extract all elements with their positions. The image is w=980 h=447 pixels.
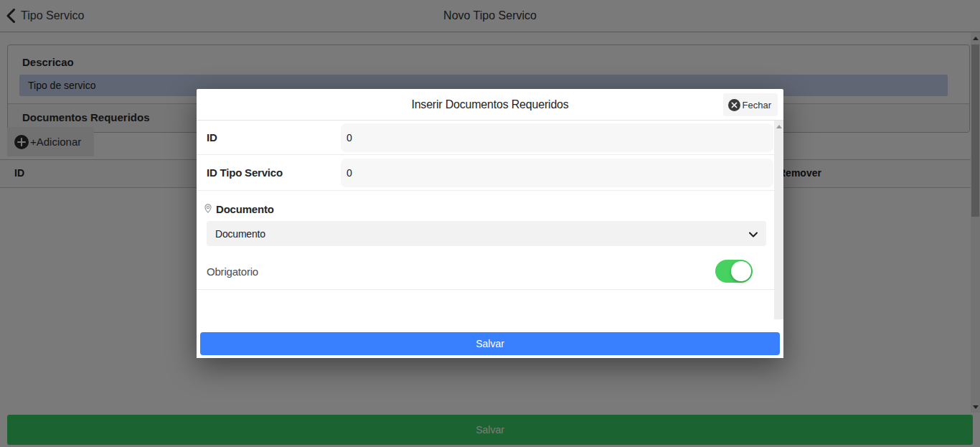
field-row-id: ID 0 [197,121,774,155]
documento-selected-value: Documento [215,228,749,240]
location-pin-icon [204,203,212,215]
obrigatorio-toggle[interactable] [715,260,753,283]
modal-body: ID 0 ID Tipo Servico 0 Documento Documen… [197,121,783,319]
documento-label: Documento [216,203,274,215]
id-tipo-servico-input[interactable]: 0 [341,159,773,187]
close-button-label: Fechar [743,100,771,110]
modal-footer: Salvar [197,319,783,358]
modal-scrollbar[interactable] [774,121,783,319]
obrigatorio-label: Obrigatorio [197,265,715,278]
id-tipo-servico-label: ID Tipo Servico [197,166,341,179]
documento-select[interactable]: Documento [207,221,766,246]
id-label: ID [197,131,341,143]
obrigatorio-row: Obrigatorio [197,253,774,290]
field-row-id-tipo-servico: ID Tipo Servico 0 [197,155,774,191]
save-button-modal[interactable]: Salvar [200,332,780,355]
toggle-knob [731,261,751,281]
modal-header: Inserir Documentos Requeridos Fechar [197,89,783,121]
id-input[interactable]: 0 [341,123,773,152]
close-button[interactable]: Fechar [723,93,778,116]
insert-document-modal: Inserir Documentos Requeridos Fechar ID … [197,89,783,358]
close-icon [728,99,740,111]
modal-scroll-up-icon[interactable] [774,125,783,128]
modal-title: Inserir Documentos Requeridos [197,89,783,121]
documento-section-label: Documento [197,201,783,217]
chevron-down-icon [749,228,758,240]
group-gap [197,191,783,201]
screen: Tipo Servico Novo Tipo Servico Descricao… [0,0,980,447]
